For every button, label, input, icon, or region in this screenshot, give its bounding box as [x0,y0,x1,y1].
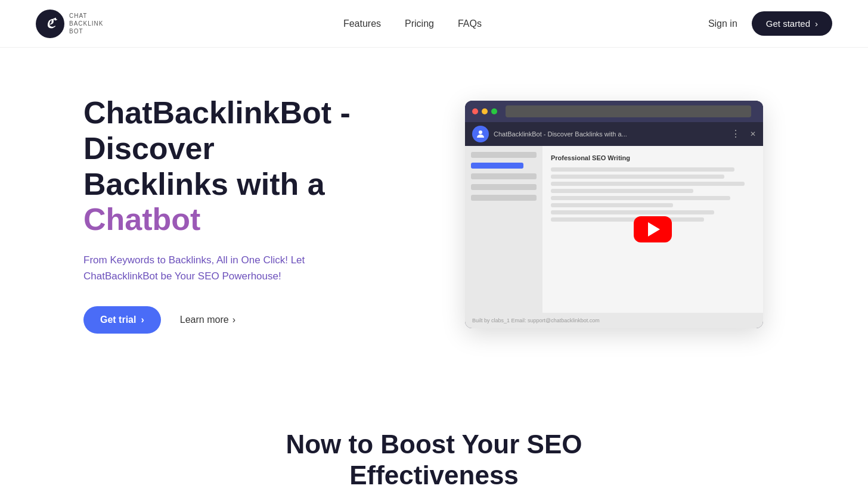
url-bar [506,105,751,117]
video-header-strip: ChatBacklinkBot - Discover Backlinks wit… [465,122,763,146]
nav-link-features[interactable]: Features [343,18,381,29]
text-line-4 [551,189,693,193]
video-footer-text: Built by clabs_1 Email: support@chatback… [472,318,600,323]
hero-video: ChatBacklinkBot - Discover Backlinks wit… [465,101,763,328]
nav-item-pricing: Pricing [405,18,434,29]
sidebar-item-4 [471,195,537,201]
text-line-2 [551,175,724,179]
sidebar-item-2 [471,173,537,179]
video-text-lines [551,167,755,222]
hero-buttons: Get trial › Learn more › [83,306,429,334]
get-trial-button[interactable]: Get trial › [83,306,161,334]
text-line-6 [551,203,673,207]
logo-text: CHAT BACKLINK BOT [69,12,117,35]
video-browser-bar [465,101,763,122]
play-button[interactable] [634,216,672,242]
sidebar-item-3 [471,184,537,190]
hero-subtitle: From Keywords to Backlinks, All in One C… [83,252,370,284]
video-section-title: Professional SEO Writing [551,154,755,161]
nav-links: Features Pricing FAQs [343,18,482,29]
video-header-title: ChatBacklinkBot - Discover Backlinks wit… [494,130,627,138]
learn-more-link[interactable]: Learn more › [180,315,235,325]
nav-link-faqs[interactable]: FAQs [458,18,482,29]
sign-in-link[interactable]: Sign in [708,18,737,29]
text-line-3 [551,182,745,186]
video-sidebar [465,146,542,313]
svg-point-0 [479,130,482,134]
video-play-overlay[interactable] [634,216,672,242]
boost-title: Now to Boost Your SEO Effectiveness [12,429,856,492]
text-line-8 [551,217,704,222]
nav-right: Sign in Get started › [708,11,832,36]
hero-title: ChatBacklinkBot - Discover Backlinks wit… [83,95,429,238]
hero-section: ChatBacklinkBot - Discover Backlinks wit… [0,48,868,381]
video-content-area: Professional SEO Writing [465,146,763,313]
dot-green [491,108,497,114]
video-close-icon: ✕ [750,130,756,138]
sidebar-item-1 [471,152,537,158]
hero-content: ChatBacklinkBot - Discover Backlinks wit… [83,95,429,334]
navbar: ℭ CHAT BACKLINK BOT Features Pricing FAQ… [0,0,868,48]
sidebar-item-active [471,163,523,169]
video-main-content: Professional SEO Writing [542,146,763,313]
logo-link[interactable]: ℭ CHAT BACKLINK BOT [36,10,117,38]
text-line-7 [551,210,714,214]
dot-red [472,108,478,114]
text-line-5 [551,196,730,200]
logo-icon: ℭ [36,10,64,38]
nav-item-features: Features [343,18,381,29]
boost-section: Now to Boost Your SEO Effectiveness Emba… [0,381,868,501]
video-thumbnail[interactable]: ChatBacklinkBot - Discover Backlinks wit… [465,101,763,328]
video-bottom-bar: Built by clabs_1 Email: support@chatback… [465,313,763,328]
video-options-icon: ⋮ [731,128,740,139]
dot-yellow [482,108,488,114]
video-avatar [472,126,489,142]
play-triangle-icon [648,222,660,237]
text-line-1 [551,167,734,172]
nav-item-faqs: FAQs [458,18,482,29]
get-started-button[interactable]: Get started › [752,11,832,36]
nav-link-pricing[interactable]: Pricing [405,18,434,29]
